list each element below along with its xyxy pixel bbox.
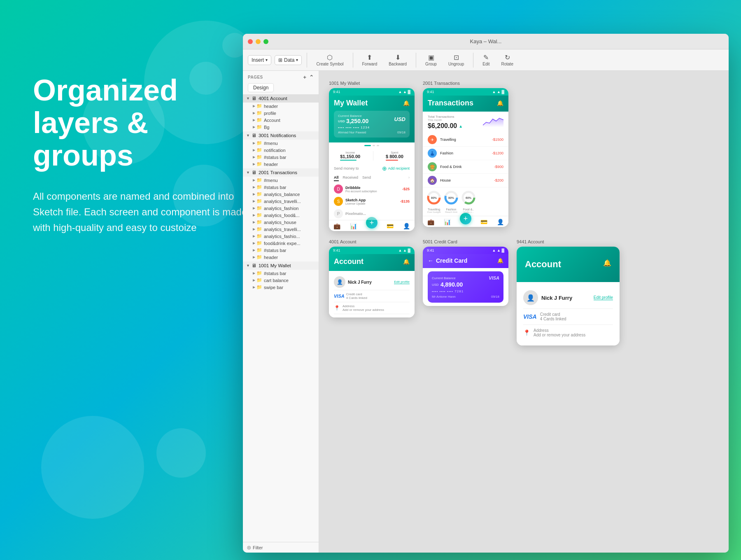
fab-plus-t[interactable]: + [460, 213, 471, 224]
large-address-label: Address [534, 328, 585, 333]
layer-item-header-3001[interactable]: ▶ 📁 header [243, 161, 319, 168]
nav-person-t[interactable]: 👤 [497, 219, 504, 225]
large-edit-profile[interactable]: Edit profile [594, 295, 613, 300]
back-arrow-icon[interactable]: ← [428, 257, 433, 264]
layer-item-notification[interactable]: ▶ 📁 notification [243, 147, 319, 154]
insert-icon: ▾ [266, 58, 268, 62]
insert-group[interactable]: Insert ▾ [248, 55, 271, 65]
layer-item-menu-2001[interactable]: ▶📁#menu [243, 177, 319, 184]
balance-label: Current Balance [338, 114, 368, 118]
data-group[interactable]: ⊞ Data ▾ [275, 55, 302, 65]
layer-group-header-2001[interactable]: ▼ 🖥 2001 Transactions [243, 168, 319, 177]
trans-amount: -$135 [400, 199, 410, 203]
donut-chart-fashion: 80% [443, 190, 459, 205]
layer-item-profile[interactable]: ▶ 📁 profile [243, 110, 319, 117]
tab-send[interactable]: Send [362, 175, 371, 181]
pagination-dots [329, 142, 415, 149]
layer-group-header-3001[interactable]: ▼ 🖥 3001 Notifications [243, 131, 319, 140]
card-holder: Ahmad Nur Fawaid [338, 131, 366, 134]
cc-holder-name: Mr Antone Hann [432, 295, 456, 299]
layer-item-menu-3001[interactable]: ▶ 📁 #menu [243, 140, 319, 147]
address-info: Address Add or remove your address [343, 304, 384, 312]
layer-group-header-4001[interactable]: ▼ 🖥 4001 Account [243, 94, 319, 103]
add-page-icon[interactable]: + [303, 74, 306, 80]
svg-text:60%: 60% [466, 196, 472, 199]
backward-button[interactable]: ⬇ Backward [384, 53, 411, 67]
nav-plus-t[interactable]: + [460, 219, 471, 225]
wallet-bottom-nav: 💼 📊 + 💳 👤 [329, 220, 415, 231]
chevron-down-icon: ▼ [246, 133, 250, 138]
group-button[interactable]: ▣ Group [421, 53, 441, 67]
cc-status-bar: 9:41 ▲ ▲ ▓ [423, 247, 508, 254]
close-button[interactable] [248, 39, 253, 44]
layer-item-statusbar2-2001[interactable]: ▶📁#status bar [243, 247, 319, 254]
layer-item-statusbar-1001[interactable]: ▶📁#status bar [243, 270, 319, 277]
nav-card[interactable]: 💳 [387, 223, 394, 229]
large-card-info: Credit card 4 Cards linked [540, 312, 566, 321]
folder-icon: 📁 [256, 226, 262, 232]
person-nav-icon: 👤 [403, 223, 410, 229]
fullscreen-button[interactable] [263, 39, 268, 44]
layer-item-analytics-house[interactable]: ▶📁analytics_house [243, 219, 319, 226]
address-sub: Add or remove your address [343, 308, 384, 312]
traffic-lights [248, 39, 268, 44]
account-large-title: Account [525, 259, 561, 270]
design-tab[interactable]: Design [248, 83, 274, 92]
tab-all[interactable]: All [334, 175, 339, 181]
layer-item-bg[interactable]: ▶ 📁 Bg [243, 124, 319, 131]
cat-amount: -$1200 [492, 151, 503, 155]
add-recipient-button[interactable]: ⊕ Add recipient [382, 165, 410, 172]
expand-arrow: ▶ [253, 125, 255, 129]
expand-arrow: ▶ [253, 111, 255, 115]
nav-wallet-t[interactable]: 💼 [427, 219, 434, 225]
edit-profile-link[interactable]: Edit profile [394, 280, 410, 284]
cc-status-icons: ▲ ▲ ▓ [492, 248, 504, 252]
edit-button[interactable]: ✎ Edit [478, 53, 494, 67]
layer-item-swipe-bar[interactable]: ▶📁swipe bar [243, 284, 319, 291]
folder-icon: 📁 [256, 285, 262, 290]
layer-item-analytics-travel[interactable]: ▶📁analytics_travelli... [243, 198, 319, 205]
nav-plus[interactable]: + [366, 223, 377, 229]
account-user-left: 👤 Nick J Furry [334, 276, 372, 288]
nav-chart[interactable]: 📊 [350, 223, 357, 229]
cat-amount: -$200 [494, 178, 503, 182]
layer-group-header-1001[interactable]: ▼ 🖥 1001 My Wallet [243, 261, 319, 270]
account-body: 👤 Nick J Furry Edit profile [329, 271, 415, 317]
layer-item-header-4001[interactable]: ▶ 📁 header [243, 103, 319, 110]
stat-divider [373, 151, 373, 161]
cc-balance-row: USD 4,890.00 [432, 281, 499, 288]
nav-wallet[interactable]: 💼 [333, 223, 340, 229]
cat-amount: -$900 [494, 165, 503, 169]
layer-item-statusbar-2001[interactable]: ▶📁#status bar [243, 184, 319, 191]
nav-chart-t[interactable]: 📊 [444, 219, 451, 225]
layer-item-header-2001[interactable]: ▶📁header [243, 254, 319, 261]
layer-label: header [264, 162, 278, 167]
minimize-button[interactable] [256, 39, 261, 44]
large-user-left: 👤 Nick J Furry [523, 290, 572, 305]
blur-icon: P [334, 209, 343, 218]
travel-icon: ✈ [428, 135, 437, 144]
layer-item-analytics-food[interactable]: ▶📁analytics_food&... [243, 212, 319, 219]
visa-item: VISA Credit card 4 Cards linked [334, 292, 410, 300]
cc-balance-label: Current Balance [432, 276, 456, 280]
layer-item-account[interactable]: ▶ 📁 Account [243, 117, 319, 124]
rotate-button[interactable]: ↻ Rotate [497, 53, 517, 67]
nav-person[interactable]: 👤 [403, 223, 410, 229]
filter-bar[interactable]: ◎ Filter [243, 542, 319, 553]
layer-item-analytics-balance[interactable]: ▶📁analytics_balance [243, 191, 319, 198]
tab-received[interactable]: Received [343, 175, 359, 181]
chevron-up-icon[interactable]: ⌃ [309, 74, 314, 80]
trans-status-bar: 9:41 ▲ ▲ ▓ [423, 88, 508, 96]
layer-item-analytics-fashion2[interactable]: ▶📁analytics_fashio... [243, 233, 319, 240]
layer-item-analytics-fashion[interactable]: ▶📁analytics_fashion [243, 205, 319, 212]
layer-item-analytics-travel2[interactable]: ▶📁analytics_travelli... [243, 226, 319, 233]
chevron-down-icon: ▼ [246, 170, 250, 175]
forward-button[interactable]: ⬆ Forward [358, 53, 382, 67]
create-symbol-button[interactable]: ⬡ Create Symbol [312, 53, 347, 67]
ungroup-button[interactable]: ⊡ Ungroup [444, 53, 468, 67]
nav-card-t[interactable]: 💳 [480, 219, 487, 225]
transaction-sketch: S Sketch App License Update -$135 [329, 195, 415, 208]
layer-item-cart-balance[interactable]: ▶📁cart balance [243, 277, 319, 284]
layer-item-statusbar-3001[interactable]: ▶ 📁 #status bar [243, 154, 319, 161]
layer-item-food-drink[interactable]: ▶📁food&drink expe... [243, 240, 319, 247]
